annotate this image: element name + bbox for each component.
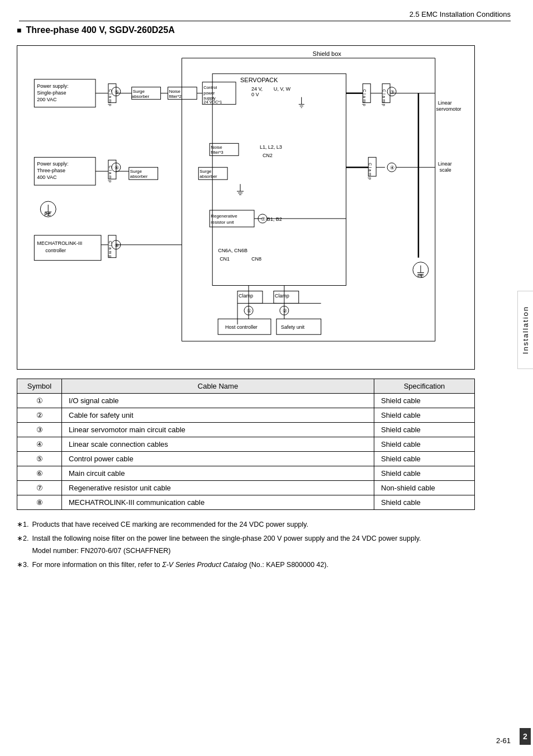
svg-rect-5 bbox=[212, 74, 346, 286]
svg-text:Power supply:: Power supply: bbox=[37, 161, 68, 167]
notes-section: ∗1. Products that have received CE marki… bbox=[17, 519, 475, 571]
diagram-container: Shield box SERVOPACK Power supply: Singl… bbox=[17, 45, 475, 370]
section-title: Three-phase 400 V, SGDV-260D25A bbox=[17, 25, 511, 35]
symbol-cell: ⑧ bbox=[17, 495, 62, 510]
svg-text:Three-phase: Three-phase bbox=[37, 168, 65, 173]
side-number: 2 bbox=[520, 728, 531, 745]
cable-name-cell: Cable for safety unit bbox=[62, 408, 374, 423]
svg-text:Surge: Surge bbox=[199, 169, 212, 174]
svg-text:400 VAC: 400 VAC bbox=[37, 174, 57, 180]
symbol-cell: ① bbox=[17, 394, 62, 408]
note-star-2: ∗2. bbox=[17, 533, 28, 557]
svg-text:Power supply:: Power supply: bbox=[37, 83, 68, 89]
svg-text:Regenerative: Regenerative bbox=[211, 214, 237, 219]
svg-text:L1, L2, L3: L1, L2, L3 bbox=[260, 144, 282, 150]
svg-text:Noise: Noise bbox=[169, 89, 180, 94]
svg-text:Clamp: Clamp bbox=[275, 293, 289, 299]
svg-text:Clamp: Clamp bbox=[362, 89, 367, 106]
side-tab-installation: Installation bbox=[517, 291, 533, 369]
svg-text:0 V: 0 V bbox=[251, 92, 259, 97]
note-star-3: ∗3. bbox=[17, 559, 28, 571]
side-tab-label: Installation bbox=[521, 306, 530, 354]
svg-text:Clamp: Clamp bbox=[382, 89, 386, 106]
header-title: 2.5 EMC Installation Conditions bbox=[410, 10, 511, 18]
svg-text:CN8: CN8 bbox=[251, 256, 261, 262]
symbol-cell: ⑤ bbox=[17, 452, 62, 466]
svg-text:Shield box: Shield box bbox=[313, 50, 342, 57]
svg-text:B1, B2: B1, B2 bbox=[267, 216, 282, 222]
col-specification: Specification bbox=[374, 379, 475, 394]
table-row: ①I/O signal cableShield cable bbox=[17, 394, 475, 408]
svg-text:absorber: absorber bbox=[130, 174, 148, 179]
svg-text:scale: scale bbox=[440, 167, 451, 173]
svg-text:servomotor: servomotor bbox=[436, 106, 461, 112]
specification-cell: Shield cable bbox=[374, 437, 475, 452]
svg-text:CN6A, CN6B: CN6A, CN6B bbox=[218, 248, 248, 253]
svg-text:filter*3: filter*3 bbox=[211, 150, 223, 155]
main-content: Three-phase 400 V, SGDV-260D25A Shield b… bbox=[17, 25, 511, 573]
svg-text:Linear: Linear bbox=[438, 100, 452, 106]
note-star-1: ∗1. bbox=[17, 519, 28, 531]
table-row: ⑤Control power cableShield cable bbox=[17, 452, 475, 466]
cable-name-cell: I/O signal cable bbox=[62, 394, 374, 408]
svg-text:①: ① bbox=[247, 308, 251, 314]
svg-text:controller: controller bbox=[45, 248, 66, 253]
table-row: ⑦Regenerative resistor unit cableNon-shi… bbox=[17, 481, 475, 495]
svg-text:⑦: ⑦ bbox=[261, 216, 265, 222]
symbol-cell: ③ bbox=[17, 423, 62, 437]
svg-text:200 VAC: 200 VAC bbox=[37, 97, 57, 102]
note-2: ∗2. Install the following noise filter o… bbox=[17, 533, 475, 557]
svg-text:Control: Control bbox=[203, 85, 217, 90]
cable-name-cell: Control power cable bbox=[62, 452, 374, 466]
table-row: ③Linear servomotor main circuit cableShi… bbox=[17, 423, 475, 437]
col-symbol: Symbol bbox=[17, 379, 62, 394]
specification-cell: Shield cable bbox=[374, 495, 475, 510]
svg-text:Safety unit: Safety unit bbox=[281, 324, 305, 330]
symbol-cell: ② bbox=[17, 408, 62, 423]
svg-text:resistor unit: resistor unit bbox=[211, 220, 234, 225]
svg-text:Noise: Noise bbox=[211, 145, 222, 150]
svg-text:Clamp: Clamp bbox=[239, 293, 253, 299]
specification-cell: Non-shield cable bbox=[374, 481, 475, 495]
svg-text:power: power bbox=[203, 91, 215, 96]
svg-text:U, V, W: U, V, W bbox=[274, 86, 291, 92]
svg-text:Linear: Linear bbox=[438, 161, 452, 167]
specification-cell: Shield cable bbox=[374, 466, 475, 481]
symbol-cell: ⑦ bbox=[17, 481, 62, 495]
diagram-svg: Shield box SERVOPACK Power supply: Singl… bbox=[17, 46, 474, 369]
note-text-1: Products that have received CE marking a… bbox=[32, 519, 308, 531]
svg-text:Single-phase: Single-phase bbox=[37, 90, 66, 96]
svg-text:CN1: CN1 bbox=[220, 256, 230, 262]
cable-name-cell: Regenerative resistor unit cable bbox=[62, 481, 374, 495]
table-row: ④Linear scale connection cablesShield ca… bbox=[17, 437, 475, 452]
col-cable-name: Cable Name bbox=[62, 379, 374, 394]
specification-cell: Shield cable bbox=[374, 394, 475, 408]
table-row: ⑧MECHATROLINK-III communication cableShi… bbox=[17, 495, 475, 510]
page-header: 2.5 EMC Installation Conditions bbox=[19, 10, 511, 21]
specification-cell: Shield cable bbox=[374, 452, 475, 466]
svg-text:absorber: absorber bbox=[199, 174, 217, 179]
cable-table: Symbol Cable Name Specification ①I/O sig… bbox=[17, 379, 475, 510]
table-row: ②Cable for safety unitShield cable bbox=[17, 408, 475, 423]
cable-name-cell: MECHATROLINK-III communication cable bbox=[62, 495, 374, 510]
svg-text:absorber: absorber bbox=[132, 94, 150, 99]
svg-text:Surge: Surge bbox=[133, 89, 145, 94]
svg-text:Surge: Surge bbox=[130, 169, 142, 174]
specification-cell: Shield cable bbox=[374, 408, 475, 423]
cable-name-cell: Main circuit cable bbox=[62, 466, 374, 481]
note-3: ∗3. For more information on this filter,… bbox=[17, 559, 475, 571]
svg-text:CN2: CN2 bbox=[263, 153, 273, 158]
svg-text:②: ② bbox=[283, 308, 287, 314]
cable-name-cell: Linear servomotor main circuit cable bbox=[62, 423, 374, 437]
table-row: ⑥Main circuit cableShield cable bbox=[17, 466, 475, 481]
svg-text:SERVOPACK: SERVOPACK bbox=[240, 77, 278, 83]
note-1: ∗1. Products that have received CE marki… bbox=[17, 519, 475, 531]
cable-name-cell: Linear scale connection cables bbox=[62, 437, 374, 452]
svg-text:MECHATROLINK-III: MECHATROLINK-III bbox=[37, 240, 82, 246]
svg-text:⑤: ⑤ bbox=[115, 89, 119, 95]
symbol-cell: ④ bbox=[17, 437, 62, 452]
svg-text:24 V,: 24 V, bbox=[251, 86, 263, 92]
svg-text:24 VDC*1: 24 VDC*1 bbox=[203, 100, 222, 105]
svg-text:Host controller: Host controller bbox=[225, 324, 258, 330]
note-text-2: Install the following noise filter on th… bbox=[32, 533, 421, 557]
